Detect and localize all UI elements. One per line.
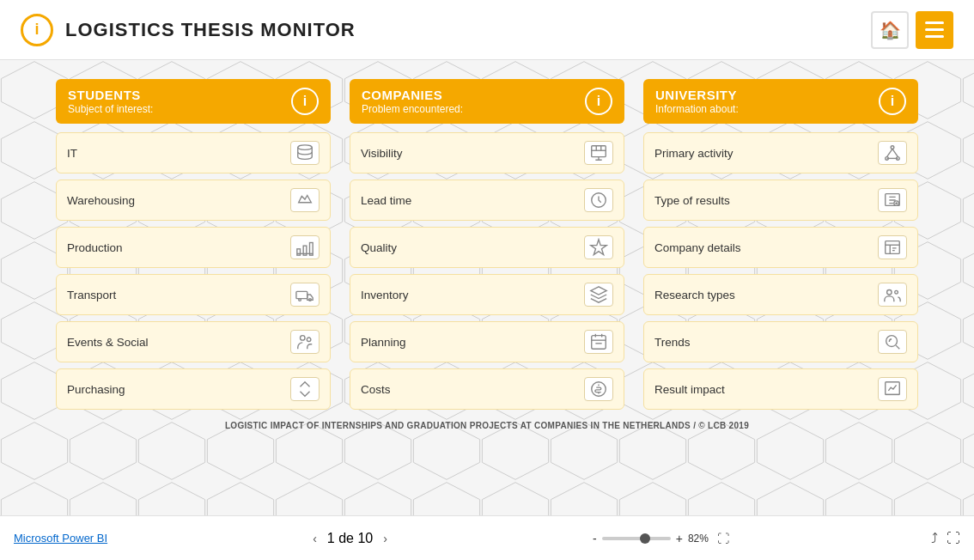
header: i LOGISTICS THESIS MONITOR 🏠 — [0, 0, 974, 60]
cat-icon-visibility — [584, 141, 613, 165]
col-title-students: STUDENTS — [68, 88, 153, 102]
cat-label-company-details: Company details — [654, 241, 741, 254]
cat-item-trends[interactable]: Trends — [643, 321, 918, 362]
cat-icon-production — [290, 235, 320, 259]
col-header-text-students: STUDENTS Subject of interest: — [68, 88, 153, 115]
cat-icon-warehousing — [290, 188, 320, 212]
col-subtitle-university: Information about: — [655, 103, 739, 115]
svg-line-23 — [892, 149, 898, 156]
cat-icon-primary-activity — [878, 141, 907, 165]
content-area: STUDENTS Subject of interest: i IT Wareh… — [0, 60, 974, 515]
zoom-handle — [640, 533, 650, 544]
cat-label-quality: Quality — [361, 241, 397, 254]
cat-item-type-of-results[interactable]: Type of results — [643, 180, 918, 221]
cat-item-purchasing[interactable]: Purchasing — [56, 368, 331, 410]
cat-label-it: IT — [67, 147, 77, 160]
cat-item-inventory[interactable]: Inventory — [350, 274, 624, 315]
cat-item-research-types[interactable]: Research types — [643, 274, 918, 315]
cat-icon-transport — [290, 283, 320, 307]
svg-rect-9 — [592, 146, 606, 157]
cat-label-lead-time: Lead time — [361, 194, 411, 207]
svg-point-7 — [301, 336, 306, 341]
expand-icon[interactable]: ⛶ — [947, 531, 960, 546]
menu-line-1 — [925, 21, 944, 24]
home-icon: 🏠 — [880, 20, 901, 40]
home-button[interactable]: 🏠 — [871, 11, 909, 49]
zoom-slider[interactable] — [602, 537, 671, 540]
cat-item-costs[interactable]: Costs — [350, 368, 624, 410]
svg-rect-4 — [296, 291, 307, 298]
zoom-minus-button[interactable]: - — [593, 532, 597, 545]
cat-icon-purchasing — [290, 377, 320, 401]
cat-item-production[interactable]: Production — [56, 227, 331, 268]
cat-item-warehousing[interactable]: Warehousing — [56, 180, 331, 221]
cat-label-trends: Trends — [654, 336, 691, 349]
header-left: i LOGISTICS THESIS MONITOR — [21, 14, 356, 46]
col-subtitle-companies: Problem encountered: — [362, 103, 463, 115]
cat-label-visibility: Visibility — [361, 147, 403, 160]
cat-item-lead-time[interactable]: Lead time — [350, 180, 624, 221]
cat-icon-quality — [584, 235, 613, 259]
cat-icon-company-details — [878, 235, 907, 259]
cat-item-transport[interactable]: Transport — [56, 274, 331, 315]
svg-point-18 — [592, 382, 606, 397]
menu-line-3 — [925, 35, 944, 38]
cat-label-primary-activity: Primary activity — [654, 147, 734, 160]
cat-label-events---social: Events & Social — [67, 336, 149, 349]
col-info-icon-students[interactable]: i — [291, 88, 319, 115]
col-header-text-university: UNIVERSITY Information about: — [655, 88, 739, 115]
col-subtitle-students: Subject of interest: — [68, 103, 153, 115]
cat-icon-inventory — [584, 283, 613, 307]
cat-item-company-details[interactable]: Company details — [643, 227, 918, 268]
column-companies: COMPANIES Problem encountered: i Visibil… — [350, 79, 624, 416]
cat-label-purchasing: Purchasing — [67, 383, 125, 396]
cat-item-it[interactable]: IT — [56, 132, 331, 173]
page-next-button[interactable]: › — [380, 530, 391, 547]
columns-container: STUDENTS Subject of interest: i IT Wareh… — [34, 79, 940, 416]
bottom-bar: Microsoft Power BI ‹ 1 de 10 › - + 82% ⛶… — [0, 515, 974, 560]
cat-label-planning: Planning — [361, 336, 406, 349]
svg-point-5 — [299, 299, 301, 301]
fullscreen-icon[interactable]: ⛶ — [717, 532, 729, 545]
menu-button[interactable] — [916, 11, 953, 49]
svg-point-33 — [895, 290, 898, 294]
cat-icon-planning — [584, 330, 613, 354]
col-header-students[interactable]: STUDENTS Subject of interest: i — [56, 79, 331, 124]
col-header-companies[interactable]: COMPANIES Problem encountered: i — [350, 79, 624, 124]
cat-label-inventory: Inventory — [361, 289, 409, 301]
svg-rect-13 — [592, 336, 606, 350]
cat-label-transport: Transport — [67, 289, 116, 301]
svg-rect-1 — [297, 249, 301, 255]
pagination-area: ‹ 1 de 10 › — [309, 530, 391, 547]
cat-item-planning[interactable]: Planning — [350, 321, 624, 362]
cat-item-result-impact[interactable]: Result impact — [643, 368, 918, 410]
svg-line-22 — [887, 149, 892, 156]
cat-icon-type-of-results — [878, 188, 907, 212]
col-info-icon-companies[interactable]: i — [585, 88, 612, 115]
svg-point-8 — [307, 338, 311, 342]
col-header-university[interactable]: UNIVERSITY Information about: i — [643, 79, 918, 124]
page-prev-button[interactable]: ‹ — [309, 530, 320, 547]
cat-label-warehousing: Warehousing — [67, 194, 135, 207]
svg-point-0 — [298, 145, 313, 150]
cat-item-primary-activity[interactable]: Primary activity — [643, 132, 918, 173]
col-info-icon-university[interactable]: i — [879, 88, 906, 115]
column-students: STUDENTS Subject of interest: i IT Wareh… — [56, 79, 331, 416]
cat-icon-lead-time — [584, 188, 613, 212]
app-title: LOGISTICS THESIS MONITOR — [65, 19, 356, 41]
cat-item-events---social[interactable]: Events & Social — [56, 321, 331, 362]
cat-icon-trends — [878, 330, 907, 354]
powerbi-link[interactable]: Microsoft Power BI — [14, 532, 107, 545]
cat-icon-costs — [584, 377, 613, 401]
header-info-icon[interactable]: i — [21, 14, 53, 46]
cat-item-visibility[interactable]: Visibility — [350, 132, 624, 173]
cat-icon-result-impact — [878, 377, 907, 401]
cat-item-quality[interactable]: Quality — [350, 227, 624, 268]
col-header-text-companies: COMPANIES Problem encountered: — [362, 88, 463, 115]
share-icon[interactable]: ⤴ — [931, 531, 938, 546]
cat-label-production: Production — [67, 241, 123, 254]
svg-point-19 — [891, 146, 894, 149]
zoom-plus-button[interactable]: + — [676, 532, 683, 545]
cat-icon-it — [290, 141, 320, 165]
svg-rect-29 — [886, 241, 900, 254]
